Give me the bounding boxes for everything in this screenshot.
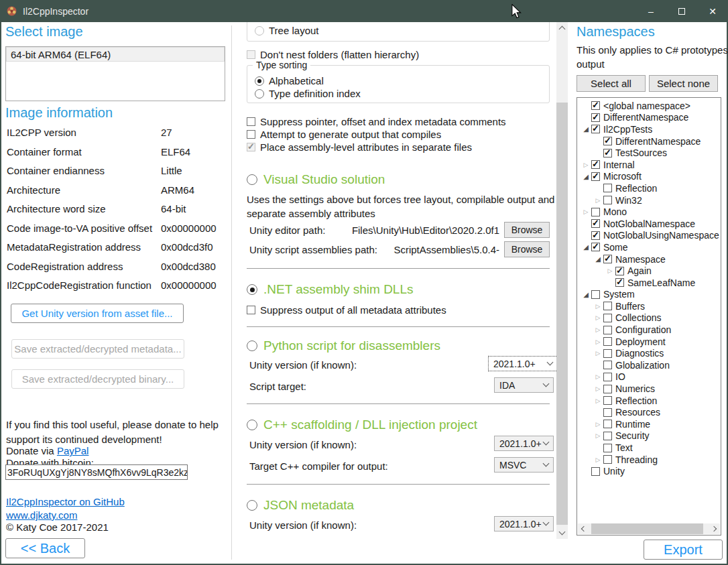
- tree-item[interactable]: ▷Configuration: [577, 324, 721, 336]
- json-radio[interactable]: [247, 500, 257, 511]
- shim-dlls-section-header[interactable]: .NET assembly shim DLLs: [247, 282, 414, 297]
- suppress-comments-checkbox[interactable]: [247, 117, 255, 126]
- tree-item-label[interactable]: Deployment: [615, 336, 666, 347]
- tree-item[interactable]: SameLeafName: [577, 277, 721, 289]
- json-section-header[interactable]: JSON metadata: [247, 498, 354, 513]
- tree-item-label[interactable]: Reflection: [615, 183, 657, 194]
- tree-expander-collapsed-icon[interactable]: ▷: [593, 432, 603, 439]
- visual-studio-radio[interactable]: [247, 174, 257, 185]
- tree-item-label[interactable]: Win32: [615, 195, 642, 206]
- tree-item-label[interactable]: Security: [615, 430, 650, 441]
- type-definition-index-radio[interactable]: [255, 89, 264, 99]
- tree-expander-collapsed-icon[interactable]: ▷: [593, 456, 603, 463]
- tree-item[interactable]: DifferentNamespace: [577, 135, 721, 147]
- tree-expander-expanded-icon[interactable]: ◢: [581, 243, 591, 251]
- tree-item-label[interactable]: Configuration: [615, 324, 671, 335]
- scroll-right-icon[interactable]: [711, 526, 717, 531]
- tree-item[interactable]: ▷Threading: [577, 454, 721, 466]
- tree-item[interactable]: NotGlobalUsingNamespace: [577, 230, 721, 242]
- back-button[interactable]: << Back: [5, 538, 85, 558]
- export-button[interactable]: Export: [644, 540, 723, 560]
- tree-expander-collapsed-icon[interactable]: ▷: [593, 338, 603, 345]
- tree-item-label[interactable]: Some: [603, 242, 628, 253]
- tree-item[interactable]: ▷Deployment: [577, 336, 721, 348]
- tree-item-label[interactable]: Mono: [603, 206, 627, 217]
- suppress-attrs-checkbox[interactable]: [247, 306, 255, 314]
- tree-item[interactable]: ◢System: [577, 289, 721, 301]
- type-definition-index-option[interactable]: Type definition index: [255, 88, 361, 99]
- tree-item-label[interactable]: TestSources: [615, 147, 667, 158]
- tree-item-label[interactable]: SameLeafName: [627, 277, 695, 288]
- script-target-select[interactable]: IDA: [494, 377, 554, 393]
- suppress-attrs-option[interactable]: Suppress output of all metadata attribut…: [247, 304, 446, 316]
- tree-item-label[interactable]: DifferentNamespace: [615, 136, 701, 147]
- tree-item-checkbox[interactable]: [603, 444, 612, 452]
- tree-item-label[interactable]: Unity: [603, 466, 625, 477]
- tree-item-label[interactable]: Il2CppTests: [603, 124, 652, 135]
- tree-item-label[interactable]: IO: [615, 371, 625, 382]
- python-radio[interactable]: [247, 340, 257, 351]
- tree-item-label[interactable]: Namespace: [615, 254, 666, 265]
- json-unity-version-select[interactable]: 2021.1.0+: [494, 516, 554, 531]
- tree-item-label[interactable]: Internal: [603, 160, 635, 170]
- suppress-comments-option[interactable]: Suppress pointer, offset and index metad…: [247, 116, 506, 127]
- attempt-compiles-option[interactable]: Attempt to generate output that compiles: [247, 129, 441, 140]
- tree-item-label[interactable]: Runtime: [615, 419, 650, 430]
- unity-editor-path-field[interactable]: Files\Unity\Hub\Editor\2020.2.0f1: [337, 225, 499, 236]
- tree-expander-collapsed-icon[interactable]: ▷: [593, 350, 603, 357]
- tree-item[interactable]: ▷IO: [577, 371, 721, 383]
- tree-item[interactable]: ▷Collections: [577, 312, 721, 324]
- tree-item-checkbox[interactable]: [591, 231, 600, 240]
- tree-item[interactable]: ▷Diagnostics: [577, 347, 721, 359]
- close-button[interactable]: ✕: [697, 0, 728, 22]
- tree-expander-collapsed-icon[interactable]: ▷: [593, 326, 603, 333]
- tree-item-checkbox[interactable]: [591, 113, 600, 122]
- tree-item[interactable]: ◢Il2CppTests: [577, 123, 721, 135]
- visual-studio-section-header[interactable]: Visual Studio solution: [247, 172, 385, 187]
- get-unity-version-button[interactable]: Get Unity version from asset file...: [11, 304, 184, 323]
- tree-layout-radio[interactable]: [255, 26, 264, 36]
- tree-horizontal-scrollbar[interactable]: [578, 523, 720, 534]
- tree-item-checkbox[interactable]: [603, 149, 612, 158]
- tree-item[interactable]: Text: [577, 442, 721, 454]
- tree-item[interactable]: Unity: [577, 465, 721, 477]
- tree-item-label[interactable]: Again: [627, 265, 652, 276]
- paypal-link[interactable]: PayPal: [57, 445, 89, 456]
- tree-item[interactable]: ▷Internal: [577, 159, 721, 171]
- tree-item-checkbox[interactable]: [603, 385, 612, 393]
- tree-item-label[interactable]: Globalization: [615, 360, 670, 371]
- tree-item-label[interactable]: Buffers: [615, 301, 645, 312]
- tree-item[interactable]: NotGlobalNamespace: [577, 218, 721, 230]
- cpp-radio[interactable]: [247, 420, 257, 430]
- tree-item-checkbox[interactable]: [603, 337, 612, 346]
- tree-item-checkbox[interactable]: [603, 184, 612, 192]
- tree-expander-collapsed-icon[interactable]: ▷: [593, 314, 603, 321]
- tree-item-checkbox[interactable]: [591, 125, 600, 133]
- tree-item-checkbox[interactable]: [603, 349, 612, 358]
- tree-item-label[interactable]: DifferentNamespace: [603, 112, 688, 123]
- tree-expander-collapsed-icon[interactable]: ▷: [581, 208, 591, 215]
- minimize-button[interactable]: –: [635, 0, 666, 22]
- select-all-button[interactable]: Select all: [577, 75, 646, 92]
- tree-expander-expanded-icon[interactable]: ◢: [581, 291, 591, 298]
- tree-expander-collapsed-icon[interactable]: ▷: [605, 267, 615, 274]
- tree-item[interactable]: ▷Buffers: [577, 300, 721, 312]
- tree-item-checkbox[interactable]: [591, 208, 600, 216]
- python-section-header[interactable]: Python script for disassemblers: [247, 338, 440, 353]
- attempt-compiles-checkbox[interactable]: [247, 130, 255, 139]
- namespaces-tree[interactable]: <global namespace>DifferentNamespace◢Il2…: [577, 97, 721, 536]
- tree-expander-collapsed-icon[interactable]: ▷: [593, 397, 603, 404]
- tree-item-label[interactable]: Diagnostics: [615, 348, 664, 359]
- tree-item[interactable]: DifferentNamespace: [577, 112, 721, 124]
- tree-item-label[interactable]: <global namespace>: [603, 101, 690, 111]
- tree-expander-expanded-icon[interactable]: ◢: [581, 125, 591, 133]
- tree-item-checkbox[interactable]: [603, 361, 612, 369]
- cpp-compiler-select[interactable]: MSVC: [494, 457, 554, 473]
- browse-assemblies-path-button[interactable]: Browse: [504, 241, 550, 257]
- tree-item[interactable]: TestSources: [577, 147, 721, 159]
- options-scrollbar[interactable]: [556, 22, 568, 539]
- scroll-left-icon[interactable]: [581, 526, 587, 531]
- tree-item-checkbox[interactable]: [615, 278, 624, 287]
- tree-expander-collapsed-icon[interactable]: ▷: [593, 373, 603, 380]
- tree-expander-collapsed-icon[interactable]: ▷: [593, 421, 603, 428]
